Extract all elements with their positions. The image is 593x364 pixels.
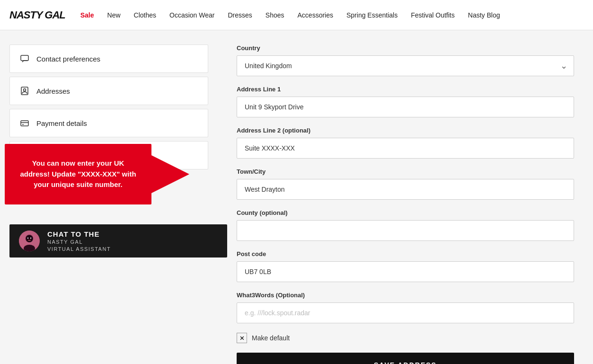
what3words-input[interactable] (237, 302, 574, 323)
town-label: Town/City (237, 168, 574, 175)
address2-label: Address Line 2 (optional) (237, 127, 574, 134)
sidebar-item-addresses[interactable]: Addresses (9, 77, 208, 105)
tooltip-text: You can now enter your UK address! Updat… (20, 159, 136, 188)
form-area: Country United Kingdom United States Aus… (218, 40, 593, 364)
nav-dresses[interactable]: Dresses (228, 11, 252, 19)
country-label: Country (237, 44, 574, 52)
postcode-group: Post code (237, 250, 574, 282)
sidebar-label-addresses: Addresses (36, 87, 70, 95)
town-input[interactable] (237, 179, 574, 200)
address2-input[interactable] (237, 138, 574, 159)
make-default-row: ✕ Make default (237, 333, 574, 343)
nav-nasty-blog[interactable]: Nasty Blog (468, 11, 500, 19)
nav-festival-outfits[interactable]: Festival Outfits (411, 11, 455, 19)
chat-icon (19, 53, 30, 64)
sidebar: Contact preferences Addresses (0, 40, 218, 364)
nav-new[interactable]: New (107, 11, 121, 19)
county-group: County (optional) (237, 209, 574, 241)
save-address-button[interactable]: SAVE ADDRESS (237, 353, 574, 364)
make-default-checkbox[interactable]: ✕ (237, 333, 247, 343)
sidebar-item-contact-preferences[interactable]: Contact preferences (9, 44, 208, 73)
site-logo[interactable]: NASTY GAL (9, 9, 65, 21)
what3words-label: What3Words (Optional) (237, 292, 574, 299)
sidebar-label-contact-preferences: Contact preferences (36, 55, 100, 63)
town-group: Town/City (237, 168, 574, 200)
logo-text: NASTY GAL (9, 9, 65, 21)
chat-title: CHAT TO THE (47, 230, 111, 239)
person-icon (19, 86, 30, 96)
address1-label: Address Line 1 (237, 86, 574, 93)
nav-shoes[interactable]: Shoes (266, 11, 284, 19)
address1-group: Address Line 1 (237, 86, 574, 117)
navbar: NASTY GAL Sale New Clothes Occasion Wear… (0, 0, 593, 30)
svg-point-14 (30, 238, 31, 239)
svg-rect-0 (21, 55, 28, 61)
nav-sale[interactable]: Sale (80, 11, 94, 19)
nav-clothes[interactable]: Clothes (134, 11, 156, 19)
nav-spring-essentials[interactable]: Spring Essentials (346, 11, 398, 19)
svg-rect-3 (21, 121, 28, 126)
country-select-wrapper: United Kingdom United States Australia C… (237, 55, 574, 76)
sidebar-label-payment-details: Payment details (36, 119, 87, 127)
svg-point-13 (27, 238, 28, 239)
what3words-group: What3Words (Optional) (237, 292, 574, 323)
tooltip-arrow (151, 155, 189, 193)
address1-input[interactable] (237, 97, 574, 117)
make-default-label: Make default (252, 334, 290, 342)
postcode-label: Post code (237, 250, 574, 257)
svg-point-2 (24, 89, 26, 91)
chat-widget[interactable]: CHAT TO THE NASTY GAL VIRTUAL ASSISTANT (9, 224, 227, 257)
sidebar-item-payment-details[interactable]: Payment details (9, 109, 208, 137)
country-group: Country United Kingdom United States Aus… (237, 44, 574, 76)
page-layout: Contact preferences Addresses (0, 30, 593, 364)
chat-subtitle: NASTY GAL VIRTUAL ASSISTANT (47, 239, 111, 252)
chat-avatar (19, 231, 40, 251)
country-select[interactable]: United Kingdom United States Australia C… (237, 55, 574, 76)
nav-accessories[interactable]: Accessories (298, 11, 333, 19)
avatar-image (19, 231, 40, 251)
address2-group: Address Line 2 (optional) (237, 127, 574, 159)
county-input[interactable] (237, 220, 574, 241)
nav-links: Sale New Clothes Occasion Wear Dresses S… (80, 11, 500, 19)
tooltip-box: You can now enter your UK address! Updat… (5, 144, 151, 204)
county-label: County (optional) (237, 209, 574, 216)
postcode-input[interactable] (237, 261, 574, 282)
nav-occasion-wear[interactable]: Occasion Wear (169, 11, 214, 19)
card-icon (19, 118, 30, 128)
chat-text: CHAT TO THE NASTY GAL VIRTUAL ASSISTANT (47, 230, 111, 252)
